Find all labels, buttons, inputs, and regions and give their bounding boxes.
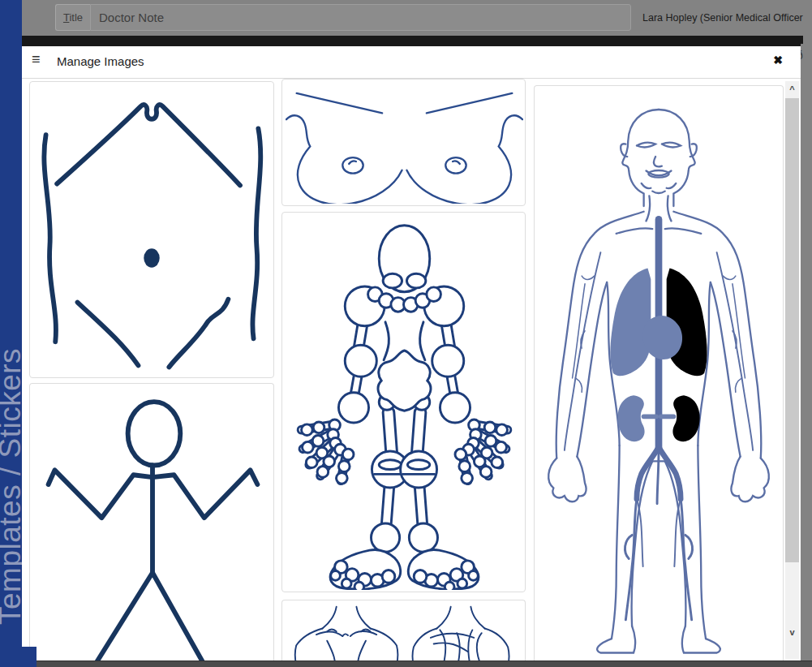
- vascular-anatomy-drawing: [538, 89, 780, 661]
- sidebar-corner-nub: [22, 647, 37, 667]
- gallery-scrollbar[interactable]: ^ v: [785, 81, 799, 659]
- templates-stickers-tab[interactable]: Templates / Stickers: [0, 0, 22, 667]
- title-input[interactable]: [90, 4, 631, 31]
- breast-diagram-drawing: [286, 83, 523, 204]
- close-icon[interactable]: ✖: [773, 54, 783, 67]
- title-field-label: Title: [55, 4, 90, 31]
- image-card-breast-diagram[interactable]: [281, 79, 526, 206]
- bottom-dark-bar: [37, 661, 812, 667]
- shoulder-sketches-drawing: [286, 604, 523, 667]
- image-card-shoulder-sketches[interactable]: [281, 600, 526, 667]
- image-card-skeleton-joints[interactable]: [281, 212, 526, 592]
- current-user-label: Lara Hopley (Senior Medical Officer: [642, 12, 803, 24]
- manage-images-dialog: ≡ Manage Images ✖: [22, 38, 801, 667]
- scroll-up-button[interactable]: ^: [785, 81, 799, 98]
- scroll-down-button[interactable]: v: [785, 624, 799, 641]
- image-card-vascular-anatomy[interactable]: [534, 85, 784, 664]
- stick-figure-drawing: [33, 387, 272, 663]
- dialog-header: ≡ Manage Images ✖: [22, 46, 801, 79]
- image-card-stick-figure[interactable]: [29, 383, 274, 667]
- skeleton-joints-drawing: [286, 216, 523, 590]
- hamburger-menu-icon[interactable]: ≡: [32, 51, 41, 68]
- abdomen-outline-drawing: [33, 85, 270, 374]
- templates-stickers-label: Templates / Stickers: [0, 348, 22, 625]
- image-gallery: ^ v: [22, 79, 801, 667]
- scrollbar-thumb[interactable]: [785, 98, 799, 562]
- image-card-abdomen-outline[interactable]: [29, 81, 274, 378]
- dialog-title: Manage Images: [57, 54, 144, 68]
